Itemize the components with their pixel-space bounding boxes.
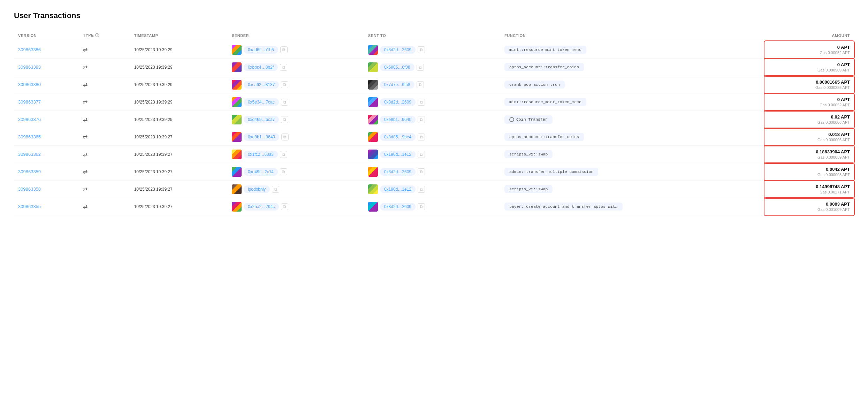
recipient-address[interactable]: 0x8d2d…2609 — [380, 168, 416, 176]
version-link[interactable]: 309863386 — [18, 47, 41, 52]
type-cell: ⇄ — [79, 93, 130, 111]
recipient-copy-button[interactable]: ⧉ — [418, 186, 425, 193]
recipient-address[interactable]: 0x190d…1e12 — [380, 151, 416, 158]
col-amount: AMOUNT — [764, 30, 854, 41]
sender-copy-button[interactable]: ⧉ — [280, 168, 287, 175]
function-badge: admin::transfer_multiple_commission — [504, 168, 599, 176]
sender-address[interactable]: 0x1fc2…60a3 — [244, 151, 278, 158]
recipient-address[interactable]: 0x7d7e…9fb8 — [380, 81, 414, 89]
version-link[interactable]: 309863365 — [18, 134, 41, 139]
recipient-address[interactable]: 0x8d2d…2609 — [380, 46, 416, 54]
sender-avatar — [232, 115, 242, 124]
function-badge: scripts_v2::swap — [504, 150, 553, 158]
version-link[interactable]: 309863383 — [18, 64, 41, 70]
function-badge: aptos_account::transfer_coins — [504, 133, 584, 141]
version-link[interactable]: 309863358 — [18, 186, 41, 192]
sender-address[interactable]: 0xd469…bca7 — [244, 116, 279, 123]
version-cell: 309863383 — [14, 59, 79, 76]
amount-main: 0.14996748 APT — [769, 184, 850, 189]
function-name: admin::transfer_multiple_commission — [509, 169, 594, 174]
amount-gas: Gas 0.001009 APT — [769, 207, 850, 212]
sender-copy-button[interactable]: ⧉ — [281, 203, 288, 210]
recipient-avatar — [368, 184, 378, 194]
recipient-copy-button[interactable]: ⧉ — [418, 99, 425, 106]
version-cell: 309863365 — [14, 128, 79, 146]
recipient-avatar — [368, 80, 378, 90]
amount-cell: 0.02 APTGas 0.000006 APT — [764, 111, 854, 128]
amount-cell: 0 APTGas 0.00052 APT — [764, 93, 854, 111]
recipient-address[interactable]: 0xe8b1…9640 — [380, 116, 416, 123]
sender-address[interactable]: 0x5e34…7cac — [244, 98, 279, 106]
version-link[interactable]: 309863380 — [18, 82, 41, 87]
sender-copy-button[interactable]: ⧉ — [280, 46, 288, 53]
sender-copy-button[interactable]: ⧉ — [272, 186, 279, 193]
version-link[interactable]: 309863362 — [18, 152, 41, 157]
sender-address[interactable]: 0x2ba2…794c — [244, 203, 279, 211]
recipient-avatar — [368, 45, 378, 55]
recipient-cell: 0x8d2d…2609⧉ — [364, 41, 500, 59]
version-cell: 309863359 — [14, 163, 79, 181]
transfer-icon: ⇄ — [83, 116, 87, 122]
table-row: 309863362⇄10/25/2023 19:39:270x1fc2…60a3… — [14, 146, 854, 163]
function-cell: Coin Transfer — [500, 111, 764, 128]
recipient-cell: 0x8d2d…2609⧉ — [364, 163, 500, 181]
recipient-copy-button[interactable]: ⧉ — [418, 203, 425, 210]
amount-main: 0.18633904 APT — [769, 149, 850, 154]
recipient-copy-button[interactable]: ⧉ — [418, 168, 425, 175]
recipient-copy-button[interactable]: ⧉ — [418, 116, 425, 123]
recipient-address[interactable]: 0x8d85…9be4 — [380, 133, 416, 141]
sender-address[interactable]: 0xad6f…a1b5 — [244, 46, 278, 54]
transfer-icon: ⇄ — [83, 47, 87, 53]
sender-address[interactable]: 0xe49f…2c14 — [244, 168, 278, 176]
version-link[interactable]: 309863359 — [18, 169, 41, 174]
amount-cell: 0 APTGas 0.00052 APT — [764, 41, 854, 59]
sender-copy-button[interactable]: ⧉ — [280, 151, 287, 158]
recipient-copy-button[interactable]: ⧉ — [418, 46, 425, 53]
amount-main: 0.00001665 APT — [769, 79, 850, 85]
recipient-copy-button[interactable]: ⧉ — [417, 81, 424, 88]
version-cell: 309863380 — [14, 76, 79, 93]
recipient-copy-button[interactable]: ⧉ — [417, 64, 424, 71]
sender-copy-button[interactable]: ⧉ — [281, 99, 288, 106]
sender-avatar — [232, 45, 242, 55]
recipient-address[interactable]: 0x8d2d…2609 — [380, 98, 416, 106]
coin-icon — [509, 117, 514, 122]
col-timestamp: TIMESTAMP — [130, 30, 228, 41]
recipient-copy-button[interactable]: ⧉ — [418, 151, 425, 158]
sender-copy-button[interactable]: ⧉ — [280, 64, 287, 71]
recipient-avatar — [368, 97, 378, 107]
amount-cell: 0 APTGas 0.000509 APT — [764, 59, 854, 76]
recipient-cell: 0x7d7e…9fb8⧉ — [364, 76, 500, 93]
version-link[interactable]: 309863377 — [18, 99, 41, 105]
recipient-address[interactable]: 0x190d…1e12 — [380, 185, 416, 193]
table-row: 309863377⇄10/25/2023 19:39:290x5e34…7cac… — [14, 93, 854, 111]
sender-copy-button[interactable]: ⧉ — [281, 116, 288, 123]
amount-cell: 0.00001665 APTGas 0.0000285 APT — [764, 76, 854, 93]
function-name: scripts_v2::swap — [509, 152, 548, 157]
col-sender: SENDER — [228, 30, 364, 41]
version-cell: 309863362 — [14, 146, 79, 163]
sender-address[interactable]: 0xca62…8137 — [244, 81, 279, 89]
version-link[interactable]: 309863376 — [18, 117, 41, 122]
sender-avatar — [232, 202, 242, 212]
recipient-address[interactable]: 0x8d2d…2609 — [380, 203, 416, 211]
timestamp-cell: 10/25/2023 19:39:27 — [130, 128, 228, 146]
function-badge: Coin Transfer — [504, 115, 553, 124]
function-cell: mint::resource_mint_token_memo — [500, 93, 764, 111]
amount-main: 0.0003 APT — [769, 201, 850, 207]
sender-cell: 0xca62…8137⧉ — [228, 76, 364, 93]
sender-address[interactable]: 0xe8b1…9640 — [244, 133, 279, 141]
recipient-copy-button[interactable]: ⧉ — [418, 134, 425, 140]
recipient-avatar — [368, 132, 378, 142]
function-badge: payer::create_account_and_transfer_aptos… — [504, 203, 623, 211]
amount-gas: Gas 0.000006 APT — [769, 138, 850, 142]
sender-address[interactable]: ipodobniy — [244, 185, 270, 193]
recipient-cell: 0x190d…1e12⧉ — [364, 146, 500, 163]
sender-copy-button[interactable]: ⧉ — [281, 134, 289, 140]
recipient-address[interactable]: 0x5905…6f08 — [380, 63, 414, 71]
version-link[interactable]: 309863355 — [18, 204, 41, 209]
sender-address[interactable]: 0xbbc4…8b2f — [244, 63, 278, 71]
sender-copy-button[interactable]: ⧉ — [281, 81, 288, 88]
recipient-cell: 0x8d2d…2609⧉ — [364, 198, 500, 215]
function-badge: scripts_v2::swap — [504, 185, 553, 193]
